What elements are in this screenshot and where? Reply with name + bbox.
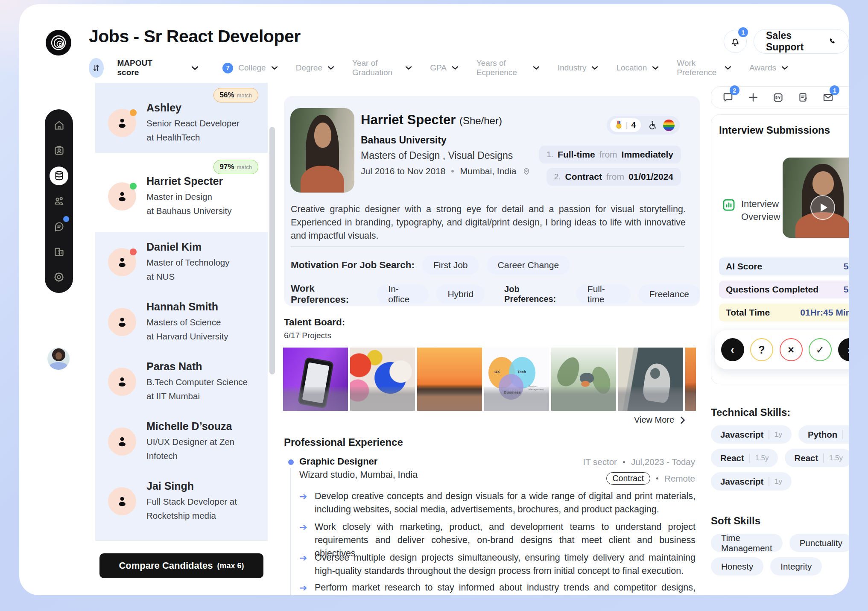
- filter-years-of-experience[interactable]: Years of Ecperience: [476, 58, 540, 77]
- project-thumbnail-robot[interactable]: [618, 348, 683, 411]
- filter-label: GPA: [430, 63, 447, 73]
- experience-heading: Professional Experience: [284, 436, 403, 448]
- candidate-row-harriet-selected[interactable]: 97% match Harriet Specter Master in Desi…: [95, 153, 268, 232]
- filter-work-preference[interactable]: Work Preference: [677, 58, 731, 77]
- sort-chevron-icon[interactable]: [191, 66, 199, 70]
- accessibility-icon: [647, 120, 657, 130]
- pref-from: from: [599, 149, 617, 160]
- database-icon-active[interactable]: [50, 167, 68, 185]
- technical-skills-row: Javascript 1y: [711, 472, 792, 491]
- cv-button[interactable]: [772, 91, 784, 104]
- filter-year-of-graduation[interactable]: Year of Graduation: [352, 58, 412, 77]
- chevron-down-icon: [725, 66, 731, 70]
- dot-separator: [656, 477, 658, 479]
- previous-button[interactable]: ‹: [721, 338, 744, 361]
- comments-badge: 2: [730, 85, 739, 95]
- candidate-name: Hannah Smith: [146, 301, 228, 313]
- sort-label[interactable]: MAPOUT score: [117, 58, 162, 77]
- candidate-row-daniel[interactable]: Daniel Kim Master of Technology at NUS: [95, 232, 268, 292]
- candidate-card-icon[interactable]: [50, 141, 68, 160]
- soft-skills-row: Honesty Integrity: [711, 557, 822, 576]
- pref-value: 01/01/2024: [628, 172, 673, 182]
- app-logo[interactable]: [46, 30, 71, 56]
- candidate-profile-card: Harriet Specter (She/her) Bahaus Univers…: [284, 96, 700, 306]
- reject-button[interactable]: ×: [780, 338, 803, 361]
- settings-icon[interactable]: [50, 268, 68, 286]
- interview-overview-label: InterviewOverview: [741, 198, 780, 223]
- project-thumbnail-partial[interactable]: [685, 348, 696, 411]
- company-icon[interactable]: [50, 243, 68, 261]
- filter-label: College: [238, 63, 266, 73]
- add-button[interactable]: [747, 91, 760, 104]
- talent-board-count: 6/17 Projects: [284, 331, 331, 340]
- chevron-down-icon: [781, 66, 788, 70]
- person-icon: [115, 374, 129, 389]
- filter-label: Degree: [296, 63, 322, 73]
- compare-candidates-button[interactable]: Compare Candidates (max 6): [99, 553, 263, 578]
- compare-label: Compare Candidates: [119, 560, 213, 571]
- user-avatar[interactable]: [47, 348, 70, 370]
- experience-meta-top: IT sector Jul,2023 - Today: [523, 457, 695, 467]
- project-thumbnail-sunset[interactable]: [417, 348, 482, 411]
- chat-icon[interactable]: [50, 217, 68, 236]
- filter-college[interactable]: 7 College: [222, 63, 278, 73]
- view-more-link[interactable]: View More: [634, 415, 685, 425]
- experience-sector: IT sector: [583, 457, 617, 467]
- schedule-doc-button[interactable]: [847, 91, 849, 104]
- dot-separator: [623, 461, 625, 463]
- job-pref-chip: Full-time: [576, 285, 631, 304]
- leaf: [554, 354, 584, 389]
- stat-label: Questions Completed: [726, 284, 818, 295]
- availability-pill-1: 1. Full-time from Immediately: [539, 146, 681, 164]
- mail-button[interactable]: 1: [821, 91, 834, 104]
- project-thumbnail-collage[interactable]: [350, 348, 415, 411]
- next-button[interactable]: ›: [838, 338, 849, 361]
- pill-divider: [769, 430, 769, 439]
- project-thumbnail-birds[interactable]: [551, 348, 616, 411]
- filter-industry[interactable]: Industry: [558, 63, 599, 73]
- soft-skills-title: Soft Skills: [711, 515, 760, 527]
- candidate-list-scrollbar[interactable]: [269, 127, 275, 374]
- project-thumbnail-phone[interactable]: [283, 348, 348, 411]
- candidate-row-hannah[interactable]: Hannah Smith Masters of Science at Harva…: [95, 292, 268, 352]
- interview-video-thumbnail[interactable]: [783, 158, 849, 238]
- motivation-chip: Career Change: [487, 256, 570, 275]
- sort-button[interactable]: [89, 58, 104, 78]
- play-button[interactable]: [810, 195, 835, 220]
- status-dot: [130, 109, 137, 116]
- filter-gpa[interactable]: GPA: [430, 63, 459, 73]
- review-buttons: ‹ ? × ✓ ›: [715, 330, 849, 369]
- skill-pill: React 1.5y: [711, 449, 778, 467]
- match-badge: 56% match: [213, 88, 258, 102]
- chevron-down-icon: [327, 66, 334, 70]
- talent-board-strip: UX Tech Business Product Management: [283, 348, 696, 411]
- filter-awards[interactable]: Awards: [749, 63, 788, 73]
- candidate-row-michelle[interactable]: Michelle D’souza UI/UX Designer at Zen I…: [95, 412, 268, 471]
- team-icon[interactable]: [50, 192, 68, 210]
- sales-support-label: Sales Support: [766, 30, 821, 53]
- soft-skill-pill: Time Management: [711, 534, 783, 552]
- approve-button[interactable]: ✓: [809, 338, 832, 361]
- experience-bullet: ➔Oversee multiple design projects simult…: [299, 551, 696, 578]
- experience-company: Wizard studio, Mumbai, India: [299, 470, 418, 480]
- sales-support-button[interactable]: Sales Support: [754, 29, 849, 54]
- arrow-icon: ➔: [299, 551, 308, 578]
- filter-location[interactable]: Location: [616, 63, 659, 73]
- project-thumbnail-venn[interactable]: UX Tech Business Product Management: [484, 348, 549, 411]
- person-icon: [115, 315, 129, 329]
- comments-button[interactable]: 2: [722, 91, 734, 104]
- candidate-row-paras[interactable]: Paras Nath B.Tech Computer Science at II…: [95, 352, 268, 412]
- candidate-row-ashley[interactable]: 56% match Ashley Senior React Developer …: [95, 83, 268, 153]
- notes-button[interactable]: [797, 91, 810, 104]
- interview-overview[interactable]: InterviewOverview: [722, 198, 780, 223]
- filter-degree[interactable]: Degree: [296, 63, 334, 73]
- candidate-row-jai[interactable]: Jai Singh Full Stack Developer at Rocket…: [95, 471, 268, 531]
- pref-index: 2.: [554, 172, 561, 181]
- notifications-button[interactable]: 1: [724, 30, 747, 53]
- unsure-button[interactable]: ?: [750, 338, 773, 361]
- chat-notification-dot: [63, 216, 69, 222]
- home-icon[interactable]: [50, 116, 68, 134]
- spiral-logo-icon: [49, 33, 68, 53]
- skill-years: 1.5y: [829, 454, 843, 462]
- stat-value: 5/5: [844, 284, 849, 295]
